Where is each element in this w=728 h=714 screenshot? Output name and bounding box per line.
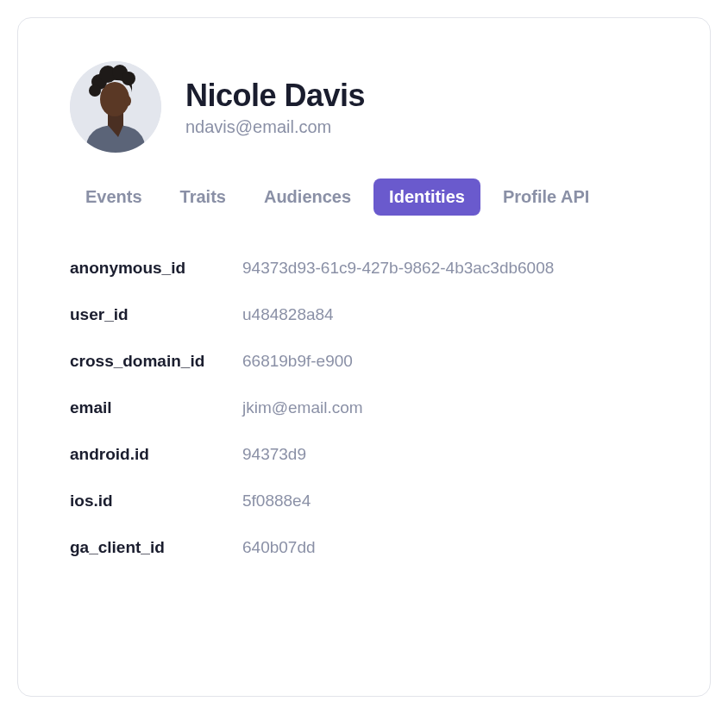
identity-list: anonymous_id94373d93-61c9-427b-9862-4b3a… — [70, 259, 658, 557]
svg-point-8 — [124, 96, 131, 106]
tab-traits[interactable]: Traits — [165, 178, 242, 216]
identity-value: u484828a84 — [242, 305, 334, 324]
avatar-illustration-icon — [70, 61, 161, 153]
profile-email: ndavis@email.com — [185, 117, 365, 137]
identity-key: cross_domain_id — [70, 352, 242, 371]
identity-key: ga_client_id — [70, 538, 242, 557]
identity-row: cross_domain_id66819b9f-e900 — [70, 352, 658, 371]
avatar — [70, 61, 161, 153]
svg-point-7 — [89, 85, 101, 97]
identity-row: emailjkim@email.com — [70, 398, 658, 417]
tabs: EventsTraitsAudiencesIdentitiesProfile A… — [70, 178, 658, 216]
tab-profile-api[interactable]: Profile API — [487, 178, 605, 216]
identity-value: 5f0888e4 — [242, 492, 311, 510]
identity-row: ios.id5f0888e4 — [70, 492, 658, 510]
identity-row: anonymous_id94373d93-61c9-427b-9862-4b3a… — [70, 259, 658, 278]
profile-header: Nicole Davis ndavis@email.com — [70, 61, 658, 153]
identity-key: ios.id — [70, 492, 242, 510]
identity-value: 94373d9 — [242, 445, 306, 464]
identity-value: jkim@email.com — [242, 398, 363, 417]
svg-point-6 — [122, 72, 135, 85]
profile-card: Nicole Davis ndavis@email.com EventsTrai… — [17, 17, 711, 697]
profile-info: Nicole Davis ndavis@email.com — [185, 78, 365, 137]
tab-audiences[interactable]: Audiences — [248, 178, 367, 216]
identity-row: user_idu484828a84 — [70, 305, 658, 324]
identity-key: anonymous_id — [70, 259, 242, 278]
identity-value: 66819b9f-e900 — [242, 352, 353, 371]
identity-row: android.id94373d9 — [70, 445, 658, 464]
identity-key: user_id — [70, 305, 242, 324]
profile-name: Nicole Davis — [185, 78, 365, 114]
tab-identities[interactable]: Identities — [373, 178, 480, 216]
identity-key: android.id — [70, 445, 242, 464]
identity-value: 640b07dd — [242, 538, 316, 557]
tab-events[interactable]: Events — [70, 178, 158, 216]
identity-value: 94373d93-61c9-427b-9862-4b3ac3db6008 — [242, 259, 554, 278]
identity-key: email — [70, 398, 242, 417]
identity-row: ga_client_id640b07dd — [70, 538, 658, 557]
